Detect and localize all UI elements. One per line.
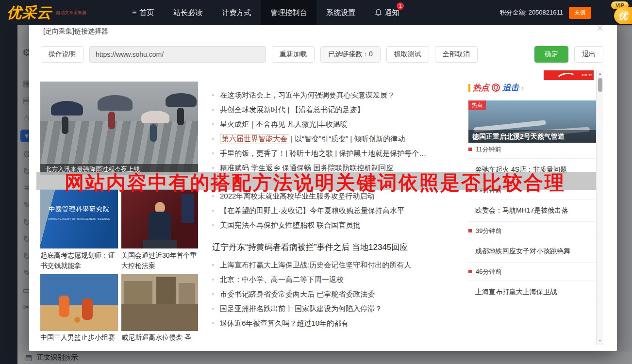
nav-item-console[interactable]: 管理控制台: [261, 0, 316, 25]
nav-label: 计费方式: [222, 8, 251, 17]
watermark-overlay-text: 网站内容中有的搭配方法说明关键词依照是否比较合理: [65, 169, 565, 196]
pedestrian-shape: [108, 112, 115, 129]
timestamp-text: 39分钟前: [476, 227, 501, 235]
reload-button[interactable]: 重新加载: [272, 46, 315, 63]
news-headline[interactable]: 在这场对话会上，习近平为何强调要真心实意谋发展？: [212, 88, 463, 102]
hotspot-label: 热点: [473, 82, 489, 93]
speaker-body-shape: [149, 212, 171, 240]
nav-label: 管理控制台: [270, 8, 307, 17]
link-selector-dialog: [定向采集]链接选择器 × 操作说明 重新加载 已选链接数：0 抓取测试 全部取…: [29, 17, 617, 351]
headline-text: 市委书记跻身省委常委两天后 已掌舵省委政法委: [220, 290, 375, 299]
grab-test-button[interactable]: 抓取测试: [386, 46, 429, 63]
confirm-button[interactable]: 确定: [534, 46, 568, 63]
thumbnail-image-venice[interactable]: [121, 274, 198, 331]
news-headline[interactable]: 第六届世界智能大会 | 以“智变”引“质变” | 倾听创新的律动: [212, 132, 463, 146]
bullet-dot-icon: [212, 224, 214, 226]
pedestrian-shape: [150, 124, 157, 142]
thumbnail-image-speech[interactable]: [121, 189, 198, 248]
bullet-dot-icon: [212, 109, 214, 111]
thumbnail-caption[interactable]: 威尼斯遇高水位侵袭 圣: [121, 332, 198, 343]
headline-text: 【在希望的田野上·麦收记】今年夏粮收购总量保持高水平: [220, 206, 404, 215]
news-headline[interactable]: 【在希望的田野上·麦收记】今年夏粮收购总量保持高水平: [212, 203, 463, 218]
bullet-dot-icon: [212, 210, 214, 212]
headline-text: 星火成炬｜不舍再见 凡人微光|丰收温暖: [220, 120, 348, 129]
hotspot-section-header[interactable]: 热点 Q 追击 ›: [468, 82, 524, 93]
dialog-title: [定向采集]链接选择器: [43, 27, 108, 36]
player-shape: [59, 296, 69, 317]
recharge-button[interactable]: 充值: [569, 7, 591, 19]
headline-text: 手里的饭，更香了！| 聆听土地之歌 | 保护黑土地就是保护每个…: [220, 149, 426, 158]
news-headline[interactable]: 市委书记跻身省委常委两天后 已掌舵省委政法委: [212, 287, 463, 301]
academy-sign-title: 中國管理科學研究院: [40, 205, 118, 214]
hero-image[interactable]: 北方入汛来最强降雨过程今夜上线: [40, 82, 198, 175]
news-headline[interactable]: 北京：中小学、高一高二等下周一返校: [212, 272, 463, 287]
headline-text: | 以“智变”引“质变” | 倾听创新的律动: [291, 134, 405, 144]
umbrella-shape: [51, 101, 83, 116]
bullet-dot-icon: [212, 264, 214, 266]
top-navbar: 优采云 自动文章采集器 ≡ 首页 站长必读 计费方式 管理控制台 系统设置 通知…: [0, 0, 632, 25]
news-headline[interactable]: 国足亚洲排名跌出前十 国家队建设为何陷入停滞？: [212, 301, 463, 316]
umbrella-shape: [166, 93, 197, 107]
hotspot-lead-image[interactable]: 热点 德国正重启北溪2号天然气管道: [468, 100, 596, 143]
floating-assistant-widget[interactable]: 优: [614, 7, 632, 24]
hotspot-headline[interactable]: 成都地铁回应女子对小孩跳艳舞: [468, 240, 596, 263]
thumbnail-caption[interactable]: 中国三人男篮止步小组赛: [40, 332, 118, 343]
news-headline[interactable]: 上海宣布打赢大上海保卫战:历史会记住坚守和付出的所有人: [212, 258, 463, 272]
nav-item-settings[interactable]: 系统设置: [316, 0, 365, 25]
nav-item-must-read[interactable]: 站长必读: [164, 0, 212, 25]
nav-item-home[interactable]: ≡ 首页: [122, 0, 164, 25]
headline-text: 辽宁丹东“持黄码者看病被拦”事件之后 当地12345回应: [212, 242, 408, 253]
magnifier-icon: Q: [492, 83, 500, 92]
scroll-up-icon[interactable]: ▲: [597, 72, 603, 75]
scrollbar-thumb[interactable]: [598, 78, 602, 92]
selected-links-counter: 已选链接数：0: [320, 46, 381, 63]
thumbnail-image-basketball[interactable]: [40, 274, 118, 331]
hotspot-news-list: 11分钟前 奔驰车起火 4S店：非质量问题 29分钟前 欧委会：马航MH17是被…: [468, 140, 596, 303]
news-headline-featured[interactable]: 辽宁丹东“持黄码者看病被拦”事件之后 当地12345回应: [212, 236, 463, 258]
thumbnail-caption[interactable]: 美国会通过近30年首个重大控枪法案: [121, 250, 198, 271]
hotspot-headline[interactable]: 上海宣布打赢大上海保卫战: [468, 281, 596, 303]
headline-text: 上海宣布打赢大上海保卫战:历史会记住坚守和付出的所有人: [220, 261, 411, 270]
bullet-dot-icon: [212, 167, 214, 169]
bullet-dot-icon: [212, 94, 214, 96]
headline-text: 共创全球发展新时代 | 【沿着总书记的足迹】: [220, 105, 364, 115]
nav-label: 站长必读: [173, 8, 202, 17]
chevron-right-icon: ›: [521, 84, 524, 92]
pedestrian-shape: [62, 116, 68, 134]
building-shape: [124, 281, 152, 304]
scrollbar[interactable]: ▲ ▼: [596, 70, 603, 345]
red-square-icon: [468, 229, 472, 232]
nav-item-billing[interactable]: 计费方式: [212, 0, 261, 25]
promo-banner-fragment[interactable]: xuexi: [544, 70, 594, 80]
headline-text: 美国宪法不再保护女性堕胎权 联合国官员批: [220, 221, 360, 230]
brand[interactable]: 优采云 自动文章采集器: [0, 3, 122, 23]
bullet-dot-icon: [212, 293, 214, 295]
scroll-down-icon[interactable]: ▼: [597, 339, 603, 342]
banner-text: xuexi: [582, 72, 592, 77]
nav-item-notifications[interactable]: 通知 1: [365, 0, 409, 25]
yellow-bar-icon: [468, 84, 470, 92]
nav-label: 首页: [139, 8, 154, 17]
news-headline[interactable]: 手里的饭，更香了！| 聆听土地之歌 | 保护黑土地就是保护每个…: [212, 146, 463, 161]
url-input[interactable]: [89, 46, 266, 63]
chase-label: 追击: [502, 82, 519, 93]
academy-sign-subtitle: CHINA ACADEMY OF MANAGEMENT SCIENCE: [40, 217, 118, 220]
news-headline[interactable]: 退休近6年被查算久吗？超过10年的都有: [212, 316, 463, 331]
main-menu: ≡ 首页 站长必读 计费方式 管理控制台 系统设置 通知 1: [122, 0, 409, 25]
hotspot-timestamp: 11分钟前: [468, 140, 596, 159]
red-square-icon: [468, 270, 472, 273]
headline-text: 在这场对话会上，习近平为何强调要真心实意谋发展？: [220, 91, 395, 100]
news-headline[interactable]: 共创全球发展新时代 | 【沿着总书记的足迹】: [212, 102, 463, 117]
help-button[interactable]: 操作说明: [41, 46, 83, 63]
news-headline[interactable]: 美国宪法不再保护女性堕胎权 联合国官员批: [212, 218, 463, 232]
news-headline[interactable]: 星火成炬｜不舍再见 凡人微光|丰收温暖: [212, 117, 463, 132]
thumbnail-image-academy[interactable]: 中國管理科學研究院 CHINA ACADEMY OF MANAGEMENT SC…: [40, 189, 118, 248]
cancel-all-button[interactable]: 全部取消: [435, 46, 478, 63]
quit-button[interactable]: 退出: [574, 46, 603, 63]
selected-link-highlight[interactable]: 第六届世界智能大会: [220, 134, 289, 144]
news-headline-list: 在这场对话会上，习近平为何强调要真心实意谋发展？ 共创全球发展新时代 | 【沿着…: [212, 88, 463, 331]
hotspot-headline[interactable]: 欧委会：马航MH17是被俄击落: [468, 199, 596, 222]
thumbnail-caption[interactable]: 起底高考志愿规划师：证书交钱就能拿: [40, 250, 118, 271]
building-shape: [156, 277, 176, 304]
basketball-shape: [74, 317, 80, 323]
